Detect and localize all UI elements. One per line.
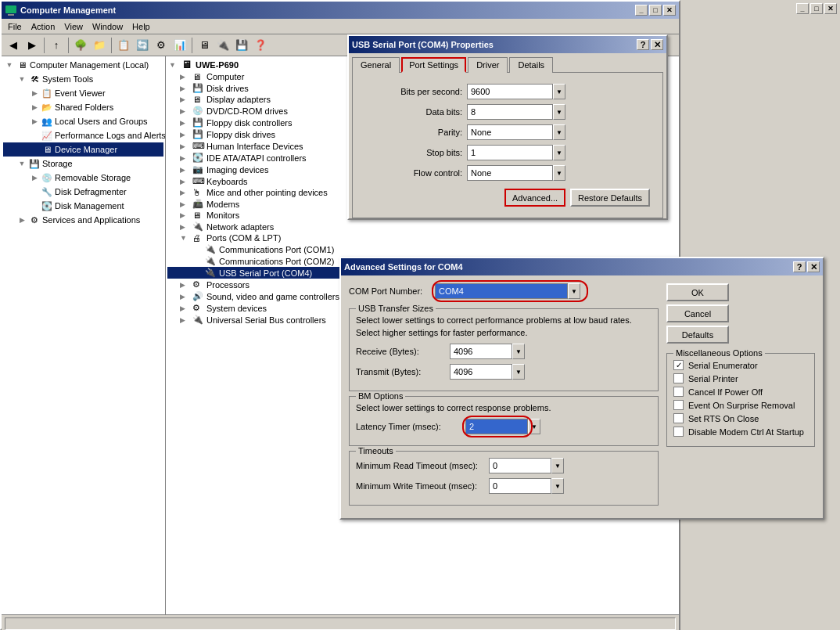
parity-dropdown[interactable]: ▼ [553,124,565,140]
tree-system-tools[interactable]: ▼ 🛠 System Tools [3,72,163,86]
com-port-value: COM4 [435,283,568,299]
tree-label-disk-defrag: Disk Defragmenter [55,187,127,196]
menu-action[interactable]: Action [27,20,60,33]
menu-help[interactable]: Help [127,20,155,33]
advanced-left: COM Port Number: COM4 ▼ USB Transfer Siz… [341,275,666,518]
toolbar-btn-4[interactable]: 📋 [115,37,132,54]
minimize-button[interactable]: _ [635,5,648,16]
min-write-value: 0 [489,478,551,494]
serial-printer-checkbox[interactable] [673,373,684,383]
data-bits-dropdown[interactable]: ▼ [553,104,565,120]
min-read-dropdown[interactable]: ▼ [551,458,564,473]
menu-view[interactable]: View [59,20,88,33]
toolbar-btn-9[interactable]: 🔌 [214,37,232,54]
misc-cancel-power: Cancel If Power Off [673,387,808,397]
expand-system-tools: ▼ [16,73,28,85]
tree-storage[interactable]: ▼ 💾 Storage [3,157,163,171]
dev-com1[interactable]: 🔌 Communications Port (COM1) [167,243,677,255]
defaults-button[interactable]: Defaults [666,326,729,344]
receive-value: 4096 [450,344,512,359]
tab-general[interactable]: General [352,57,400,73]
status-panel [5,617,676,630]
help-toolbar-button[interactable]: ❓ [252,37,269,54]
ok-button[interactable]: OK [666,283,729,301]
tab-details[interactable]: Details [509,57,553,73]
expand-removable: ▶ [28,171,41,184]
min-read-row: Minimum Read Timeout (msec): 0 ▼ [356,458,652,473]
tree-label-storage: Storage [42,159,73,168]
min-write-row: Minimum Write Timeout (msec): 0 ▼ [356,478,652,494]
dev-network[interactable]: ▶ 🔌 Network adapters [167,221,677,232]
tree-perf-logs[interactable]: 📈 Performance Logs and Alerts [3,128,163,142]
event-viewer-icon: 📋 [41,87,53,99]
disable-modem-checkbox[interactable] [673,427,684,437]
min-write-dropdown[interactable]: ▼ [551,478,564,494]
tree-disk-defrag[interactable]: 🔧 Disk Defragmenter [3,185,163,199]
usb-properties-help-button[interactable]: ? [637,39,649,50]
advanced-help-button[interactable]: ? [793,261,806,272]
forward-button[interactable]: ▶ [23,37,41,54]
tree-local-users[interactable]: ▶ 👥 Local Users and Groups [3,114,163,128]
com-port-dropdown[interactable]: ▼ [568,283,580,299]
export-button[interactable]: 💾 [233,37,250,54]
serial-enumerator-checkbox[interactable] [673,360,684,370]
close-button[interactable]: ✕ [663,5,676,16]
tree-services[interactable]: ▶ ⚙ Services and Applications [3,213,163,227]
toolbar-btn-8[interactable]: 🖥 [196,37,213,54]
menu-window[interactable]: Window [88,20,127,33]
stop-bits-dropdown[interactable]: ▼ [553,145,565,160]
up-button[interactable]: ↑ [48,37,65,54]
set-rts-checkbox[interactable] [673,413,684,423]
system-tools-icon: 🛠 [28,73,41,85]
usb-properties-close-button[interactable]: ✕ [651,39,663,50]
flow-control-dropdown[interactable]: ▼ [553,165,565,181]
receive-dropdown[interactable]: ▼ [512,344,525,359]
toolbar-btn-6[interactable]: ⚙ [153,37,170,54]
desktop-close-btn[interactable]: ✕ [824,3,837,14]
back-button[interactable]: ◀ [5,37,22,54]
expand-storage: ▼ [16,157,28,170]
desktop-min-btn[interactable]: _ [796,3,809,14]
tree-disk-mgmt[interactable]: 💽 Disk Management [3,199,163,213]
restore-defaults-button[interactable]: Restore Defaults [570,189,650,207]
tree-device-manager[interactable]: 🖥 Device Manager [3,142,163,157]
advanced-button-label: Advanced... [512,193,558,203]
stop-bits-value: 1 [467,145,553,160]
tab-driver[interactable]: Driver [468,57,508,73]
tree-label-shared-folders: Shared Folders [55,103,113,112]
maximize-button[interactable]: □ [649,5,662,16]
transmit-dropdown[interactable]: ▼ [512,364,525,380]
dev-label-uwe: UWE-P690 [196,60,239,70]
transmit-label: Transmit (Bytes): [356,367,450,376]
bits-per-second-dropdown[interactable]: ▼ [553,84,565,99]
cancel-button[interactable]: Cancel [666,304,729,322]
latency-dropdown[interactable]: ▼ [528,419,540,434]
advanced-close-button[interactable]: ✕ [807,261,820,272]
toolbar-btn-7[interactable]: 📊 [171,37,188,54]
folder-button[interactable]: 📁 [91,37,108,54]
dev-label-ports: Ports (COM & LPT) [206,233,281,243]
dev-label-system-devices: System devices [206,304,267,313]
receive-label: Receive (Bytes): [356,347,450,356]
svg-rect-1 [8,14,14,16]
dev-ports[interactable]: ▼ 🖨 Ports (COM & LPT) [167,232,677,243]
tree-computer-management[interactable]: ▼ 🖥 Computer Management (Local) [3,58,163,72]
desktop-max-btn[interactable]: □ [810,3,823,14]
tree-label-removable: Removable Storage [55,173,131,182]
tree-removable[interactable]: ▶ 💿 Removable Storage [3,171,163,185]
advanced-btn-wrapper: Advanced... [504,189,565,207]
advanced-buttons: OK Cancel Defaults [666,283,815,344]
min-read-select: 0 ▼ [489,458,564,473]
tree-shared-folders[interactable]: ▶ 📂 Shared Folders [3,100,163,114]
tree-event-viewer[interactable]: ▶ 📋 Event Viewer [3,86,163,100]
cancel-power-checkbox[interactable] [673,387,684,397]
dev-label-network: Network adapters [206,222,274,232]
advanced-button[interactable]: Advanced... [504,189,565,207]
tab-port-settings[interactable]: Port Settings [401,57,466,73]
desktop-controls: _ □ ✕ [796,3,837,14]
event-surprise-checkbox[interactable] [673,400,684,410]
toolbar-btn-5[interactable]: 🔄 [134,37,151,54]
menu-file[interactable]: File [3,20,27,33]
usb-transfer-title: USB Transfer Sizes [356,304,436,313]
show-hide-tree-button[interactable]: 🌳 [72,37,89,54]
